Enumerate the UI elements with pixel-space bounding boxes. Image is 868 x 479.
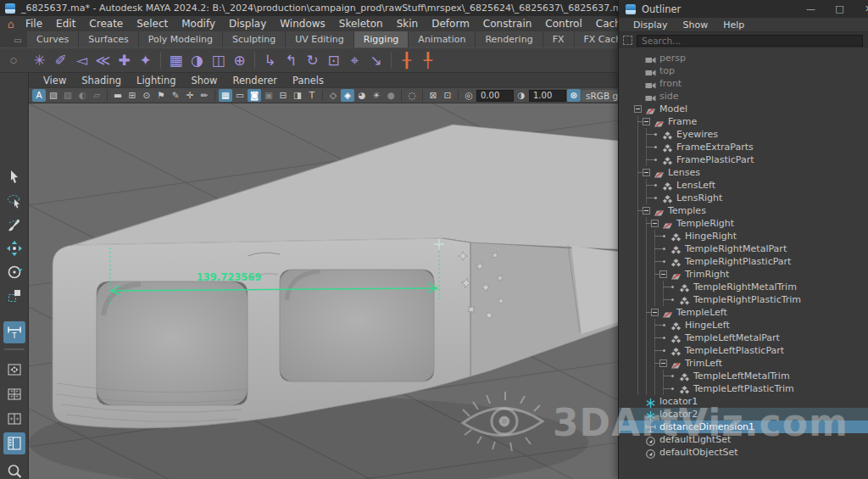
outliner-item-TempleRightMetalTrim[interactable]: TempleRightMetalTrim [619, 281, 868, 293]
frame-all-icon[interactable]: ▧ [47, 89, 60, 102]
contrast-icon[interactable]: ◑ [515, 89, 528, 102]
sunglasses-model[interactable] [53, 125, 618, 428]
menu-windows[interactable]: Windows [273, 18, 332, 30]
viewport-menu-view[interactable]: View [36, 75, 74, 86]
expander-icon[interactable] [643, 118, 650, 125]
outliner-item-Temples[interactable]: Temples [619, 204, 868, 217]
outliner-item-HingeRight[interactable]: HingeRight [619, 230, 868, 242]
outliner-item-defaultLightSet[interactable]: defaultLightSet [619, 433, 868, 446]
outliner-item-TrimLeft[interactable]: TrimLeft [619, 357, 868, 370]
shelf-tab-rendering[interactable]: Rendering [476, 31, 542, 47]
pan-zoom-icon[interactable]: ⊙ [140, 89, 153, 102]
outliner-item-FrameExtraParts[interactable]: FrameExtraParts [619, 141, 868, 153]
lock-camera-icon[interactable]: ▬ [111, 89, 125, 102]
selection-highlight-icon[interactable]: A [32, 89, 46, 102]
menu-skin[interactable]: Skin [390, 18, 426, 30]
outliner-item-TrimRight[interactable]: TrimRight [619, 268, 868, 281]
outliner-item-TempleRight[interactable]: TempleRight [619, 217, 868, 230]
isolate-select-icon[interactable]: ◌ [405, 89, 419, 102]
gamma-field[interactable] [529, 90, 566, 102]
grid-toggle-icon[interactable]: ▦ [219, 89, 232, 102]
human-ik-icon[interactable]: ✚ [114, 49, 135, 71]
shelf-tab-fx[interactable]: FX [543, 31, 575, 47]
expander-icon[interactable] [659, 359, 667, 367]
outliner-item-top[interactable]: top [619, 64, 868, 77]
xray-icon[interactable]: ⊠ [426, 89, 440, 102]
wireframe-mode-icon[interactable]: ◇ [326, 89, 340, 102]
point-constraint-icon[interactable]: ↰ [281, 49, 302, 71]
layout-outliner-persp[interactable] [3, 432, 25, 454]
distance-dimension-tool[interactable]: T [3, 321, 25, 343]
outliner-item-locator2[interactable]: locator2 [619, 408, 868, 421]
outliner-item-locator1[interactable]: locator1 [619, 395, 868, 408]
textured-mode-icon[interactable]: ◕ [355, 89, 369, 102]
bookmark-icon[interactable]: ⚑ [154, 89, 168, 102]
outliner-item-TempleRightPlasticTrim[interactable]: TempleRightPlasticTrim [619, 293, 868, 306]
filter-icon[interactable] [623, 36, 632, 45]
move-tool[interactable] [3, 237, 25, 259]
shelf-options-icon[interactable]: ○ [7, 53, 20, 67]
outliner-item-TempleLeftMetalPart[interactable]: TempleLeftMetalPart [619, 331, 868, 344]
distance-tool-icon[interactable]: ╂ [396, 49, 417, 71]
cluster-icon[interactable]: ⊕ [229, 49, 250, 71]
ik-handle-icon[interactable]: ✐ [50, 49, 71, 71]
outliner-item-TempleLeftMetalTrim[interactable]: TempleLeftMetalTrim [619, 370, 868, 382]
gate-mask-icon[interactable]: ▣ [262, 89, 275, 102]
layout-two-pane[interactable] [3, 408, 25, 430]
shelf-tab-surfaces[interactable]: Surfaces [79, 31, 139, 47]
viewport-menu-renderer[interactable]: Renderer [225, 75, 286, 86]
outliner-item-TempleRightPlasticPart[interactable]: TempleRightPlasticPart [619, 255, 868, 268]
expander-icon[interactable] [651, 220, 659, 227]
maya-home-icon[interactable]: ⌂ [3, 18, 19, 31]
field-chart-icon[interactable]: ⊟ [276, 89, 290, 102]
outliner-item-defaultObjectSet[interactable]: defaultObjectSet [619, 446, 868, 459]
close-icon[interactable]: ✕ [857, 3, 868, 14]
lighting-toggle-icon[interactable]: ◐ [75, 89, 89, 102]
shadows-mode-icon[interactable]: ● [384, 89, 398, 102]
viewport-menu-shading[interactable]: Shading [74, 75, 129, 86]
pole-vector-icon[interactable]: ↘ [365, 49, 387, 71]
outliner-item-LensLeft[interactable]: LensLeft [619, 179, 868, 192]
menu-modify[interactable]: Modify [175, 18, 222, 30]
expander-icon[interactable] [643, 207, 650, 214]
menu-control[interactable]: Control [538, 18, 588, 30]
outliner-item-FramePlasticPart[interactable]: FramePlasticPart [619, 153, 868, 166]
expander-icon[interactable] [651, 309, 659, 316]
viewport-menu-panels[interactable]: Panels [285, 75, 331, 86]
shelf-menu-icon[interactable]: ▭ [8, 36, 27, 47]
cube-lattice-icon[interactable]: ◫ [208, 49, 229, 71]
scale-tool[interactable] [3, 285, 25, 307]
color-management-icon[interactable]: ⊛ [567, 89, 581, 102]
lattice-icon[interactable]: ▦ [165, 49, 186, 71]
shadow-toggle-icon[interactable]: ▱ [90, 89, 103, 102]
menu-select[interactable]: Select [130, 18, 175, 30]
menu-create[interactable]: Create [82, 18, 130, 30]
outliner-item-Eyewires[interactable]: Eyewires [619, 128, 868, 141]
shaded-mode-icon[interactable]: ◈ [341, 89, 354, 102]
shelf-tab-sculpting[interactable]: Sculpting [223, 31, 286, 47]
wrap-deformer-icon[interactable]: ◑ [186, 49, 208, 71]
menu-edit[interactable]: Edit [49, 18, 82, 30]
viewport-menu-show[interactable]: Show [184, 75, 225, 86]
outliner-item-side[interactable]: side [619, 90, 868, 103]
zoom-tool[interactable] [3, 460, 25, 479]
camera-attributes-icon[interactable]: ⊞ [125, 89, 139, 102]
shelf-tab-curves[interactable]: Curves [27, 31, 79, 47]
measure-tool-icon[interactable]: ╀ [417, 49, 438, 71]
insert-joint-icon[interactable]: ≪ [92, 49, 114, 71]
outliner-menu-show[interactable]: Show [676, 19, 716, 31]
create-joint-icon[interactable]: ✳ [29, 49, 50, 71]
exposure-field[interactable] [476, 90, 514, 102]
shelf-tab-rigging[interactable]: Rigging [354, 31, 409, 47]
safe-title-icon[interactable]: T [305, 89, 319, 102]
safe-action-icon[interactable]: ◨ [291, 89, 304, 102]
paint-select-tool[interactable] [3, 214, 25, 236]
use-lights-icon[interactable]: ☀ [370, 89, 383, 102]
orient-constraint-icon[interactable]: ↻ [302, 49, 323, 71]
annotate-icon[interactable]: ✏ [198, 89, 211, 102]
scale-constraint-icon[interactable]: ⊡ [323, 49, 344, 71]
viewport-3d[interactable]: 139.723569 [29, 103, 618, 479]
menu-constrain[interactable]: Constrain [476, 18, 539, 30]
skeleton-icon[interactable]: ✦ [135, 49, 156, 71]
menu-deform[interactable]: Deform [425, 18, 476, 30]
